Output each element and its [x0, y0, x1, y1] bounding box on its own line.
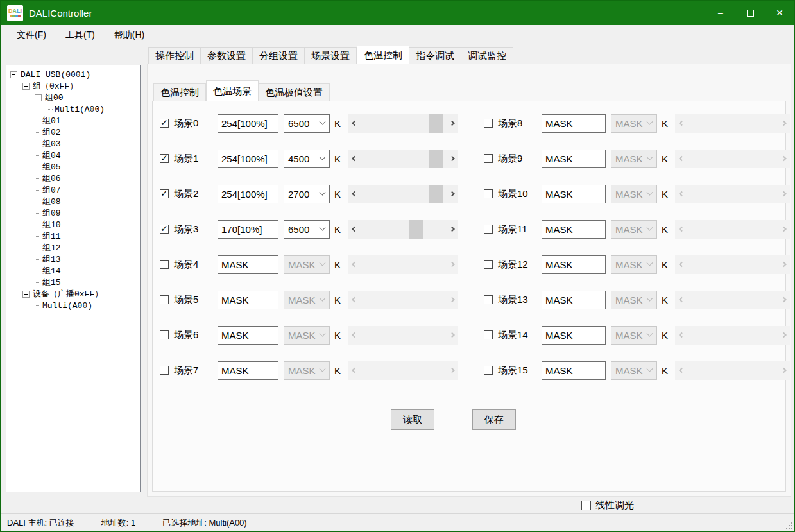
- scene-checkbox[interactable]: [160, 119, 169, 128]
- color-temp-select[interactable]: 2700: [284, 185, 330, 203]
- color-temp-scrollbar[interactable]: [348, 220, 458, 239]
- scene-level-input[interactable]: [218, 255, 278, 274]
- linear-dimming-option[interactable]: 线性调光: [581, 499, 634, 511]
- tree-item[interactable]: 组02: [6, 126, 140, 138]
- scene-level-input[interactable]: [542, 291, 606, 309]
- scene-level-input[interactable]: [218, 361, 278, 380]
- scene-checkbox-group[interactable]: 场景8: [484, 117, 542, 130]
- scene-checkbox[interactable]: [160, 330, 169, 339]
- scene-level-input[interactable]: [542, 220, 606, 239]
- read-button[interactable]: 读取: [391, 409, 434, 430]
- scrollbar-thumb[interactable]: [429, 185, 443, 203]
- tab-0[interactable]: 操作控制: [148, 47, 201, 64]
- scene-checkbox[interactable]: [484, 295, 493, 304]
- minimize-button[interactable]: –: [706, 1, 735, 25]
- tab-3[interactable]: 场景设置: [305, 47, 357, 64]
- tree-item[interactable]: 组03: [6, 138, 140, 150]
- tab-2[interactable]: 分组设置: [253, 47, 305, 64]
- tab-6[interactable]: 调试监控: [461, 47, 513, 64]
- tree-item[interactable]: 设备（广播0xFF）: [6, 288, 140, 300]
- color-temp-scrollbar[interactable]: [348, 150, 458, 168]
- scene-checkbox-group[interactable]: 场景9: [484, 153, 542, 165]
- scene-level-input[interactable]: [218, 220, 278, 239]
- tree-item[interactable]: 组15: [6, 277, 140, 288]
- scene-checkbox-group[interactable]: 场景4: [160, 259, 218, 271]
- scene-level-input[interactable]: [542, 185, 606, 203]
- scroll-right-icon[interactable]: [447, 114, 458, 133]
- scroll-left-icon[interactable]: [348, 114, 359, 133]
- tree-item[interactable]: 组11: [6, 230, 140, 242]
- color-temp-select[interactable]: MASK: [284, 326, 330, 345]
- scrollbar-thumb[interactable]: [429, 114, 443, 133]
- scene-checkbox-group[interactable]: 场景15: [484, 365, 542, 377]
- color-temp-select[interactable]: 6500: [284, 220, 330, 239]
- scene-checkbox-group[interactable]: 场景13: [484, 294, 542, 306]
- scene-level-input[interactable]: [542, 114, 606, 133]
- scroll-left-icon[interactable]: [348, 150, 359, 168]
- menu-item-2[interactable]: 帮助(H): [105, 26, 154, 45]
- color-temp-select[interactable]: MASK: [284, 291, 330, 309]
- scene-checkbox[interactable]: [484, 154, 493, 163]
- scene-checkbox[interactable]: [484, 366, 493, 375]
- color-temp-select[interactable]: MASK: [284, 255, 330, 274]
- scene-checkbox-group[interactable]: 场景0: [160, 117, 218, 130]
- scene-level-input[interactable]: [542, 255, 606, 274]
- scene-level-input[interactable]: [542, 326, 606, 345]
- color-temp-select[interactable]: MASK: [611, 114, 657, 133]
- collapse-icon[interactable]: [22, 291, 30, 298]
- tree-item[interactable]: 组14: [6, 265, 140, 277]
- color-temp-select[interactable]: 4500: [284, 150, 330, 168]
- tree-item[interactable]: 组00: [6, 92, 140, 103]
- scene-checkbox[interactable]: [160, 295, 169, 304]
- scene-checkbox[interactable]: [160, 260, 169, 269]
- color-temp-select[interactable]: MASK: [611, 150, 657, 168]
- scene-checkbox-group[interactable]: 场景7: [160, 365, 218, 377]
- scene-checkbox-group[interactable]: 场景14: [484, 329, 542, 341]
- color-temp-select[interactable]: MASK: [284, 361, 330, 380]
- tab-4[interactable]: 色温控制: [357, 46, 409, 64]
- tree-item[interactable]: Multi(A00): [6, 103, 140, 115]
- collapse-icon[interactable]: [10, 71, 17, 78]
- tree-item[interactable]: 组05: [6, 161, 140, 173]
- color-temp-scrollbar[interactable]: [348, 185, 458, 203]
- tree-item[interactable]: 组（0xFF）: [6, 80, 140, 92]
- scene-level-input[interactable]: [542, 150, 606, 168]
- save-button[interactable]: 保存: [472, 409, 516, 430]
- scene-level-input[interactable]: [542, 361, 606, 380]
- collapse-icon[interactable]: [22, 83, 30, 90]
- tab-1[interactable]: 参数设置: [201, 47, 253, 64]
- maximize-button[interactable]: [735, 1, 765, 25]
- tree-item[interactable]: 组08: [6, 196, 140, 207]
- scrollbar-track[interactable]: [359, 185, 447, 203]
- scene-checkbox-group[interactable]: 场景3: [160, 223, 218, 236]
- scene-checkbox[interactable]: [160, 366, 169, 375]
- color-temp-select[interactable]: MASK: [611, 326, 657, 345]
- scene-checkbox-group[interactable]: 场景12: [484, 259, 542, 271]
- tree-item[interactable]: 组10: [6, 219, 140, 230]
- scene-checkbox-group[interactable]: 场景2: [160, 188, 218, 200]
- subtab-2[interactable]: 色温极值设置: [259, 83, 330, 101]
- color-temp-scrollbar[interactable]: [348, 114, 458, 133]
- scene-checkbox[interactable]: [484, 189, 493, 198]
- tree-item[interactable]: 组12: [6, 242, 140, 253]
- color-temp-select[interactable]: MASK: [611, 220, 657, 239]
- linear-dimming-checkbox[interactable]: [581, 501, 591, 510]
- scene-level-input[interactable]: [218, 326, 278, 345]
- scene-checkbox-group[interactable]: 场景11: [484, 223, 542, 236]
- scene-checkbox[interactable]: [160, 154, 169, 163]
- scroll-right-icon[interactable]: [447, 185, 458, 203]
- tree-item[interactable]: 组06: [6, 173, 140, 184]
- subtab-1[interactable]: 色温场景: [206, 80, 259, 101]
- scene-checkbox[interactable]: [484, 260, 493, 269]
- tree-item[interactable]: 组09: [6, 207, 140, 219]
- scrollbar-track[interactable]: [359, 220, 447, 239]
- color-temp-select[interactable]: 6500: [284, 114, 330, 133]
- scroll-right-icon[interactable]: [447, 150, 458, 168]
- scrollbar-track[interactable]: [359, 150, 447, 168]
- resize-grip[interactable]: [785, 521, 792, 529]
- collapse-icon[interactable]: [35, 94, 42, 101]
- scrollbar-thumb[interactable]: [409, 220, 423, 239]
- device-tree[interactable]: DALI USB(0001)组（0xFF）组00Multi(A00)组01组02…: [6, 65, 141, 492]
- color-temp-select[interactable]: MASK: [611, 291, 657, 309]
- tree-item[interactable]: 组04: [6, 150, 140, 161]
